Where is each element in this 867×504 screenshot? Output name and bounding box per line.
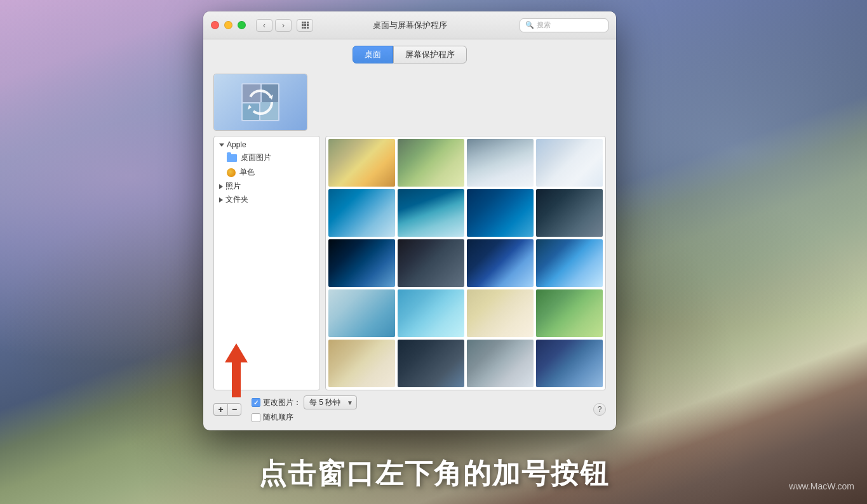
wallpaper-thumb-13[interactable]: [328, 289, 395, 337]
titlebar: ‹ › 桌面与屏幕保护程序 🔍 搜索: [203, 11, 616, 39]
close-button[interactable]: [211, 21, 219, 29]
remove-button[interactable]: −: [227, 403, 241, 416]
wallpaper-thumb-6[interactable]: [398, 189, 464, 237]
sidebar-item-folder[interactable]: 文件夹: [214, 193, 319, 206]
wallpaper-thumb-9[interactable]: [328, 239, 395, 287]
change-controls: 更改图片： 每 5 秒钟 每分钟 每5分钟 每小时 每天 登录时 ▼: [252, 395, 606, 423]
sidebar-section-label: Apple: [227, 140, 246, 149]
wallpaper-thumb-19[interactable]: [467, 340, 534, 387]
help-button[interactable]: ?: [593, 403, 606, 416]
wallpaper-thumb-18[interactable]: [398, 340, 464, 387]
arrow-shaft-icon: [232, 362, 241, 397]
watermark: www.MacW.com: [789, 481, 854, 491]
wallpaper-thumb-10[interactable]: [398, 239, 464, 287]
minimize-button[interactable]: [224, 21, 232, 29]
change-checkbox-row: 更改图片： 每 5 秒钟 每分钟 每5分钟 每小时 每天 登录时 ▼: [252, 395, 357, 409]
sidebar-item-label: 单色: [239, 167, 255, 178]
grid-view-button[interactable]: [297, 19, 313, 32]
search-placeholder: 搜索: [537, 20, 551, 30]
random-order-label: 随机顺序: [263, 412, 293, 423]
random-checkbox[interactable]: [252, 413, 260, 422]
annotation-arrow: [225, 343, 248, 397]
preview-area: [213, 69, 606, 136]
wallpaper-thumb-11[interactable]: [467, 239, 534, 287]
window-title: 桌面与屏幕保护程序: [373, 20, 447, 31]
back-button[interactable]: ‹: [256, 19, 272, 32]
forward-button[interactable]: ›: [275, 19, 292, 32]
rotate-icon: [241, 83, 279, 121]
sidebar-item-desktop-pictures[interactable]: 桌面图片: [214, 150, 319, 165]
expand-triangle-icon: [219, 184, 223, 189]
maximize-button[interactable]: [238, 21, 246, 29]
change-checkbox[interactable]: [252, 398, 260, 407]
content-area: Apple 桌面图片 单色 照片 文件夹: [203, 69, 616, 430]
random-order-row: 随机顺序: [252, 412, 357, 423]
wallpaper-thumb-8[interactable]: [536, 189, 603, 237]
wallpaper-thumb-12[interactable]: [536, 239, 603, 287]
sidebar-section-apple[interactable]: Apple: [214, 139, 319, 150]
preview-box: [213, 74, 307, 131]
tab-screensaver[interactable]: 屏幕保护程序: [393, 46, 467, 63]
wallpaper-thumb-7[interactable]: [467, 189, 534, 237]
pane-container: Apple 桌面图片 单色 照片 文件夹: [213, 136, 606, 390]
svg-rect-2: [262, 84, 278, 102]
add-remove-buttons: + −: [213, 403, 241, 416]
expand-triangle-icon: [219, 197, 223, 202]
instruction-text: 点击窗口左下角的加号按钮: [0, 455, 867, 493]
preview-image: [214, 74, 307, 130]
sidebar-item-label: 照片: [225, 181, 241, 192]
nav-buttons: ‹ ›: [256, 19, 292, 32]
wallpaper-thumb-16[interactable]: [536, 289, 603, 337]
wallpaper-thumb-5[interactable]: [328, 189, 395, 237]
wallpaper-thumb-20[interactable]: [536, 340, 603, 387]
interval-dropdown-wrapper: 每 5 秒钟 每分钟 每5分钟 每小时 每天 登录时 ▼: [304, 395, 357, 409]
bottom-controls: + − 更改图片： 每 5 秒钟 每分钟 每5分钟 每小时: [213, 390, 606, 423]
tab-bar: 桌面 屏幕保护程序: [203, 39, 616, 69]
traffic-lights: [211, 21, 246, 29]
wallpaper-thumb-4[interactable]: [536, 139, 603, 187]
image-grid-container: [325, 136, 606, 390]
interval-dropdown[interactable]: 每 5 秒钟 每分钟 每5分钟 每小时 每天 登录时: [304, 395, 357, 409]
image-grid: [328, 139, 603, 387]
add-button[interactable]: +: [213, 403, 227, 416]
search-box[interactable]: 🔍 搜索: [520, 18, 608, 32]
wallpaper-thumb-3[interactable]: [467, 139, 534, 187]
collapse-triangle-icon: [219, 143, 224, 147]
sidebar-item-label: 桌面图片: [241, 152, 271, 163]
wallpaper-thumb-15[interactable]: [467, 289, 534, 337]
wallpaper-thumb-2[interactable]: [398, 139, 464, 187]
wallpaper-thumb-14[interactable]: [398, 289, 464, 337]
wallpaper-thumb-17[interactable]: [328, 340, 395, 387]
change-label: 更改图片：: [263, 397, 301, 408]
tab-desktop[interactable]: 桌面: [353, 46, 393, 63]
folder-icon: [227, 154, 237, 162]
wallpaper-thumb-1[interactable]: [328, 139, 395, 187]
preference-window: ‹ › 桌面与屏幕保护程序 🔍 搜索 桌面 屏幕保护程序: [203, 11, 616, 430]
sidebar-item-label: 文件夹: [225, 194, 248, 205]
color-icon: [227, 168, 236, 177]
sidebar-item-photos[interactable]: 照片: [214, 180, 319, 193]
grid-icon: [302, 22, 309, 29]
sidebar-item-solid-colors[interactable]: 单色: [214, 165, 319, 180]
arrow-head-icon: [225, 343, 248, 362]
